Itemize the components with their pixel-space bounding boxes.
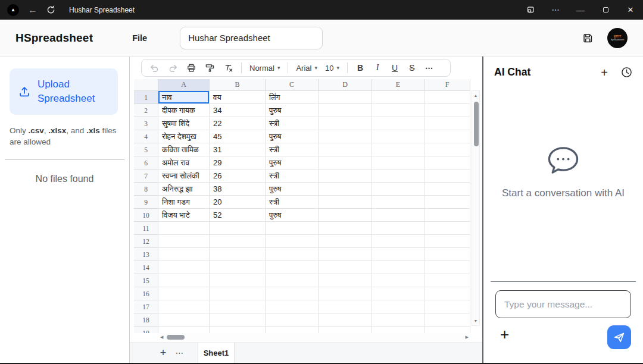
row-header-12[interactable]: 12 [134,235,158,248]
cell-E4[interactable] [372,130,424,143]
cell-D14[interactable] [319,261,372,274]
cell-E6[interactable] [372,156,424,170]
cell-F7[interactable] [424,170,470,183]
column-header-F[interactable]: F [424,79,470,91]
cell-A16[interactable] [158,287,210,300]
cell-B2[interactable]: 34 [210,104,266,117]
cell-D9[interactable] [319,196,372,209]
cell-A19[interactable] [158,327,210,333]
cell-D11[interactable] [319,222,372,235]
cell-C7[interactable]: स्त्री [266,170,319,183]
scroll-right-icon[interactable]: ▶ [466,335,469,339]
cell-B1[interactable]: वय [210,91,266,104]
cell-E18[interactable] [372,313,424,327]
cell-E8[interactable] [372,183,424,196]
bold-button[interactable]: B [355,63,365,73]
cell-F12[interactable] [424,235,470,248]
cell-C1[interactable]: लिंग [266,91,319,104]
cell-D5[interactable] [319,143,372,156]
font-dropdown[interactable]: Arial▾ [296,64,317,73]
style-dropdown[interactable]: Normal▾ [249,64,280,73]
cell-E13[interactable] [372,248,424,261]
cell-F5[interactable] [424,143,470,156]
horizontal-scrollbar-thumb[interactable] [167,335,185,340]
cell-D10[interactable] [319,209,372,222]
cell-A2[interactable]: दीपक गायक [158,104,210,117]
cell-E16[interactable] [372,287,424,300]
cell-A6[interactable]: अमोल राव [158,156,210,170]
cell-C16[interactable] [266,287,319,300]
cell-A12[interactable] [158,235,210,248]
cell-B8[interactable]: 38 [210,183,266,196]
cell-E3[interactable] [372,117,424,130]
cell-A11[interactable] [158,222,210,235]
document-title-input[interactable] [180,27,323,49]
back-arrow-icon[interactable]: ← [28,5,38,15]
row-header-1[interactable]: 1 [134,91,158,104]
row-header-5[interactable]: 5 [134,143,158,156]
cell-F11[interactable] [424,222,470,235]
cell-F3[interactable] [424,117,470,130]
row-header-9[interactable]: 9 [134,196,158,209]
avatar[interactable]: हुशार Spreadsheet [607,28,628,48]
cell-C11[interactable] [266,222,319,235]
cell-C12[interactable] [266,235,319,248]
cell-B3[interactable]: 22 [210,117,266,130]
cell-F15[interactable] [424,274,470,287]
cell-D4[interactable] [319,130,372,143]
cell-A9[interactable]: निशा गडग [158,196,210,209]
maximize-button[interactable] [593,0,618,20]
cell-D6[interactable] [319,156,372,170]
scroll-left-icon[interactable]: ◀ [160,335,163,339]
row-header-10[interactable]: 10 [134,209,158,222]
chat-message-input[interactable] [495,290,631,318]
cell-F9[interactable] [424,196,470,209]
cell-E15[interactable] [372,274,424,287]
cell-C18[interactable] [266,313,319,327]
cell-A7[interactable]: स्वप्ना सोलंकी [158,170,210,183]
underline-button[interactable]: U [390,63,399,73]
grid-corner[interactable] [134,79,158,91]
cell-C15[interactable] [266,274,319,287]
cell-D7[interactable] [319,170,372,183]
cell-B13[interactable] [210,248,266,261]
row-header-18[interactable]: 18 [134,313,158,327]
row-header-3[interactable]: 3 [134,117,158,130]
cell-F13[interactable] [424,248,470,261]
cell-D2[interactable] [319,104,372,117]
cell-A4[interactable]: रोहन देशमुख [158,130,210,143]
horizontal-scrollbar[interactable]: ◀ ▶ [158,333,470,341]
minimize-button[interactable]: — [568,0,593,20]
cell-E10[interactable] [372,209,424,222]
cell-D19[interactable] [319,327,372,333]
row-header-16[interactable]: 16 [134,287,158,300]
send-button[interactable] [607,325,631,349]
cell-C13[interactable] [266,248,319,261]
cell-D1[interactable] [319,91,372,104]
cell-D12[interactable] [319,235,372,248]
cell-F10[interactable] [424,209,470,222]
row-header-4[interactable]: 4 [134,130,158,143]
cell-E2[interactable] [372,104,424,117]
close-button[interactable]: ✕ [618,0,643,20]
cell-D16[interactable] [319,287,372,300]
cell-B19[interactable] [210,327,266,333]
cell-A10[interactable]: विजय भाटे [158,209,210,222]
cell-D17[interactable] [319,300,372,313]
vertical-scrollbar-thumb[interactable] [474,102,479,146]
cell-B10[interactable]: 52 [210,209,266,222]
column-header-A[interactable]: A [158,79,210,91]
cell-C9[interactable]: स्त्री [266,196,319,209]
add-sheet-button[interactable]: + [156,347,170,359]
cell-F8[interactable] [424,183,470,196]
italic-button[interactable]: I [373,63,382,73]
cell-C17[interactable] [266,300,319,313]
scroll-up-icon[interactable]: ▲ [474,93,478,98]
screen-search-icon[interactable] [518,0,543,20]
strikethrough-button[interactable]: S [407,63,417,73]
more-options-icon[interactable]: ⋯ [543,0,568,20]
font-size-dropdown[interactable]: 10▾ [325,64,339,73]
cell-A13[interactable] [158,248,210,261]
upload-spreadsheet-button[interactable]: Upload Spreadsheet [10,68,118,115]
cell-F1[interactable] [424,91,470,104]
